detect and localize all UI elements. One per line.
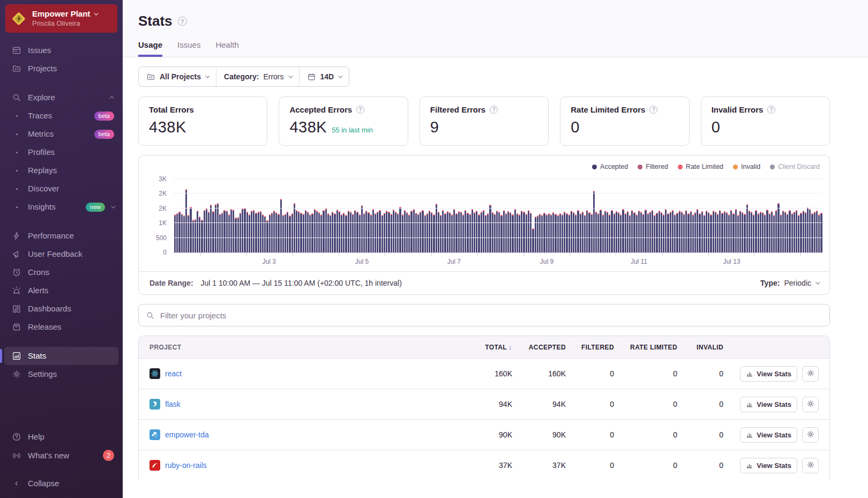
chart-bar [474,212,475,252]
x-axis-tick [800,253,801,256]
chart-bar [505,213,507,252]
sidebar-item-traces[interactable]: Tracesbeta [0,107,123,125]
date-period-button[interactable]: 14D [299,67,349,86]
tab-health[interactable]: Health [215,40,238,57]
chart-bar [426,213,428,252]
category-filter-button[interactable]: Category: Errors [216,67,298,86]
card-help-icon[interactable]: ? [356,106,364,114]
main-content: Stats ? UsageIssuesHealth All Projects C… [123,0,868,498]
chart-bar [787,214,788,252]
chart-bar [737,215,739,252]
sidebar-item-performance[interactable]: Performance [0,227,123,245]
legend-item-client-discard[interactable]: Client Discard [770,163,820,170]
help-icon [11,432,22,442]
chart-bar [548,213,550,252]
column-header[interactable]: TOTAL↓ [448,343,512,351]
org-switcher[interactable]: Empower Plant Priscila Oliveira [5,4,117,33]
project-settings-button[interactable] [802,427,819,443]
chart-bar [212,211,214,252]
card-help-icon[interactable]: ? [649,106,657,114]
chart-bar [325,209,327,252]
chart-bar [375,213,376,252]
type-select[interactable]: Type: Periodic [760,279,819,287]
sidebar-item-settings[interactable]: Settings [0,365,123,383]
view-stats-button[interactable]: View Stats [740,397,797,412]
project-link[interactable]: empower-tda [165,430,209,439]
sidebar-item-metrics[interactable]: Metricsbeta [0,125,123,143]
bullet-icon [11,133,22,135]
legend-item-invalid[interactable]: Invalid [733,163,760,170]
project-link[interactable]: react [165,369,182,378]
sidebar-item-user-feedback[interactable]: User Feedback [0,245,123,263]
chart-bar [240,213,241,252]
sidebar-item-discover[interactable]: Discover [0,180,123,198]
view-stats-button[interactable]: View Stats [740,458,797,473]
sidebar-item-help[interactable]: Help [0,428,123,446]
view-stats-button[interactable]: View Stats [740,427,797,443]
period-value: 14D [320,72,334,81]
chart-bar [298,211,300,252]
chart-bar [192,220,194,252]
sidebar-item-releases[interactable]: Releases [0,318,123,336]
chart-bar [436,204,437,252]
chart-bar [537,215,538,252]
chart-bar [406,212,408,252]
x-axis-tick [200,253,201,256]
sidebar-item-label: Help [28,432,114,442]
sidebar-item-dashboards[interactable]: Dashboards [0,300,123,318]
chart-bar [618,212,619,252]
beta-badge: beta [94,130,114,139]
sidebar-item-what-s-new[interactable]: What's new2 [0,446,123,465]
sidebar-item-insights[interactable]: Insightsnew [0,198,123,216]
chart-bar [627,211,628,252]
card-help-icon[interactable]: ? [767,106,775,114]
page-help-icon[interactable]: ? [178,17,187,26]
chart-bar [514,209,516,252]
chart-bar [429,211,430,252]
chart-bar [447,211,448,252]
chart-bar [625,213,626,252]
sidebar-item-label: Replays [28,165,114,176]
project-settings-button[interactable] [802,458,819,473]
chart-bar [311,213,313,252]
sidebar-item-collapse[interactable]: Collapse [0,474,123,493]
tab-usage[interactable]: Usage [138,40,162,57]
legend-item-rate-limited[interactable]: Rate Limited [678,163,723,170]
x-axis-tick-label: Jul 13 [723,258,740,265]
sidebar-item-crons[interactable]: Crons [0,263,123,281]
view-stats-button[interactable]: View Stats [740,366,797,382]
chart-bar [552,212,554,252]
column-header[interactable]: RATE LIMITED [614,344,677,351]
chart-bar [728,214,730,252]
card-help-icon[interactable]: ? [490,106,498,114]
sidebar-item-profiles[interactable]: Profiles [0,143,123,161]
sidebar-item-projects[interactable]: Projects [0,60,123,78]
legend-item-accepted[interactable]: Accepted [592,163,628,170]
gridline [173,237,822,238]
column-header-project[interactable]: PROJECT [149,344,448,351]
chart-bar [233,210,234,252]
column-header[interactable]: INVALID [677,344,723,351]
chart-bar [683,214,685,252]
sidebar-item-alerts[interactable]: Alerts [0,281,123,300]
tab-issues[interactable]: Issues [177,40,200,57]
column-header[interactable]: ACCEPTED [512,344,566,351]
project-search-input[interactable] [160,311,822,320]
sidebar-item-replays[interactable]: Replays [0,161,123,180]
sidebar-item-issues[interactable]: Issues [0,41,123,60]
column-header[interactable]: FILTERED [566,344,614,351]
project-link[interactable]: flask [165,400,181,408]
project-link[interactable]: ruby-on-rails [165,461,207,470]
project-filter-button[interactable]: All Projects [139,67,216,86]
chart-bar [517,213,518,252]
chart-bar [273,211,275,252]
chart-bar [372,209,374,252]
chart-bar [816,211,818,252]
project-settings-button[interactable] [802,397,819,412]
chart-bar [659,211,660,252]
sidebar-item-stats[interactable]: Stats [4,347,118,365]
sidebar-item-explore[interactable]: Explore [0,88,123,107]
chart-bar [760,212,761,252]
legend-item-filtered[interactable]: Filtered [638,163,668,170]
project-settings-button[interactable] [802,366,819,382]
